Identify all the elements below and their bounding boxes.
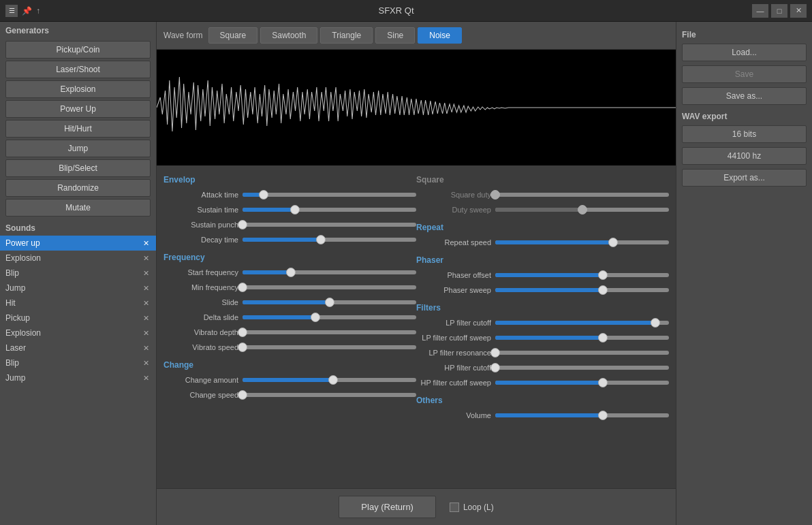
pickup-coin-button[interactable]: Pickup/Coin [5, 41, 151, 59]
start-freq-row: Start frequency [163, 266, 416, 279]
sound-item-explosion2[interactable]: Explosion ✕ [0, 325, 156, 340]
delta-slide-slider[interactable] [243, 311, 416, 323]
change-amount-slider[interactable] [243, 374, 416, 386]
sound-item-power-up[interactable]: Power up ✕ [0, 236, 156, 251]
mutate-button[interactable]: Mutate [5, 199, 151, 217]
phaser-sweep-slider[interactable] [495, 284, 669, 296]
start-freq-slider[interactable] [243, 266, 416, 279]
remove-sound-3[interactable]: ✕ [142, 284, 151, 293]
export-as-button[interactable]: Export as... [682, 169, 807, 187]
sustain-punch-slider[interactable] [243, 219, 416, 231]
params-area: Envelop Attack time Sustain time [157, 165, 676, 488]
attack-time-row: Attack time [163, 189, 416, 201]
tab-sine[interactable]: Sine [375, 27, 415, 44]
sound-item-pickup[interactable]: Pickup ✕ [0, 311, 156, 325]
hp-cutoff-slider[interactable] [495, 362, 669, 374]
vibrato-depth-label: Vibrato depth [163, 328, 238, 336]
remove-sound-4[interactable]: ✕ [142, 299, 151, 308]
remove-sound-0[interactable]: ✕ [142, 239, 151, 248]
sound-item-blip2[interactable]: Blip ✕ [0, 355, 156, 370]
lp-resonance-slider[interactable] [495, 347, 669, 359]
remove-sound-9[interactable]: ✕ [142, 374, 151, 383]
pin-icon[interactable]: 📌 [22, 6, 32, 16]
play-button[interactable]: Play (Return) [339, 496, 436, 518]
generator-buttons: Pickup/Coin Laser/Shoot Explosion Power … [0, 38, 156, 219]
volume-slider[interactable] [495, 409, 669, 421]
change-speed-slider[interactable] [243, 389, 416, 401]
volume-label: Volume [416, 411, 491, 419]
slide-slider[interactable] [243, 296, 416, 308]
loop-checkbox[interactable] [450, 503, 459, 512]
envelop-label: Envelop [163, 175, 416, 185]
sustain-time-slider[interactable] [243, 204, 416, 216]
hz-button[interactable]: 44100 hz [682, 147, 807, 165]
min-freq-label: Min frequency [163, 283, 238, 291]
waveform-label: Wave form [163, 31, 203, 40]
save-button[interactable]: Save [682, 65, 807, 83]
sound-item-explosion[interactable]: Explosion ✕ [0, 251, 156, 266]
tab-square[interactable]: Square [208, 27, 258, 44]
bits-button[interactable]: 16 bits [682, 125, 807, 143]
tab-triangle[interactable]: Triangle [320, 27, 373, 44]
remove-sound-2[interactable]: ✕ [142, 269, 151, 278]
save-as-button[interactable]: Save as... [682, 87, 807, 105]
sound-item-jump2[interactable]: Jump ✕ [0, 370, 156, 385]
randomize-button[interactable]: Randomize [5, 179, 151, 197]
maximize-button[interactable]: □ [771, 4, 787, 18]
sound-item-hit[interactable]: Hit ✕ [0, 296, 156, 311]
min-freq-slider[interactable] [243, 281, 416, 293]
filters-label: Filters [416, 303, 669, 313]
laser-shoot-button[interactable]: Laser/Shoot [5, 61, 151, 78]
square-duty-label: Square duty [416, 191, 491, 199]
sound-item-jump[interactable]: Jump ✕ [0, 281, 156, 296]
remove-sound-7[interactable]: ✕ [142, 344, 151, 353]
vibrato-speed-label: Vibrato speed [163, 343, 238, 351]
jump-button[interactable]: Jump [5, 140, 151, 157]
close-button[interactable]: ✕ [790, 4, 807, 18]
sound-item-blip[interactable]: Blip ✕ [0, 266, 156, 281]
repeat-speed-slider[interactable] [495, 236, 669, 249]
attack-time-slider[interactable] [243, 189, 416, 201]
remove-sound-1[interactable]: ✕ [142, 254, 151, 263]
frequency-label: Frequency [163, 253, 416, 262]
load-button[interactable]: Load... [682, 44, 807, 61]
sustain-punch-label: Sustain punch [163, 221, 238, 229]
right-panel: File Load... Save Save as... WAV export … [676, 22, 812, 525]
vibrato-depth-slider[interactable] [243, 326, 416, 338]
repeat-label: Repeat [416, 223, 669, 232]
slide-label: Slide [163, 298, 238, 306]
minimize-button[interactable]: — [752, 4, 768, 18]
remove-sound-5[interactable]: ✕ [142, 314, 151, 323]
center-panel: Wave form Square Sawtooth Triangle Sine … [157, 22, 676, 525]
hp-cutoff-sweep-row: HP filter cutoff sweep [416, 377, 669, 389]
app-title: SFXR Qt [40, 5, 752, 16]
hp-cutoff-label: HP filter cutoff [416, 364, 491, 372]
remove-sound-8[interactable]: ✕ [142, 359, 151, 368]
lp-cutoff-sweep-slider[interactable] [495, 332, 669, 344]
left-sidebar: Generators Pickup/Coin Laser/Shoot Explo… [0, 22, 157, 525]
lp-cutoff-slider[interactable] [495, 317, 669, 329]
tab-noise[interactable]: Noise [418, 27, 462, 44]
blip-select-button[interactable]: Blip/Select [5, 159, 151, 177]
explosion-button[interactable]: Explosion [5, 80, 151, 98]
phaser-sweep-label: Phaser sweep [416, 286, 491, 294]
power-up-button[interactable]: Power Up [5, 100, 151, 118]
duty-sweep-row: Duty sweep [416, 204, 669, 216]
vibrato-speed-slider[interactable] [243, 341, 416, 353]
remove-sound-6[interactable]: ✕ [142, 329, 151, 338]
phaser-offset-slider[interactable] [495, 269, 669, 281]
sound-item-laser[interactable]: Laser ✕ [0, 340, 156, 355]
decay-time-slider[interactable] [243, 234, 416, 246]
hp-cutoff-sweep-slider[interactable] [495, 377, 669, 389]
vibrato-speed-row: Vibrato speed [163, 341, 416, 353]
loop-label[interactable]: Loop (L) [450, 503, 494, 512]
change-amount-label: Change amount [163, 376, 238, 384]
lp-cutoff-label: LP filter cutoff [416, 319, 491, 327]
duty-sweep-label: Duty sweep [416, 206, 491, 214]
right-params-col: Square Square duty Duty sweep [416, 171, 669, 483]
sounds-section: Sounds Power up ✕ Explosion ✕ Blip ✕ Jum… [0, 219, 156, 525]
hit-hurt-button[interactable]: Hit/Hurt [5, 120, 151, 138]
square-label: Square [416, 175, 669, 185]
tab-sawtooth[interactable]: Sawtooth [260, 27, 317, 44]
left-params-col: Envelop Attack time Sustain time [163, 171, 416, 483]
